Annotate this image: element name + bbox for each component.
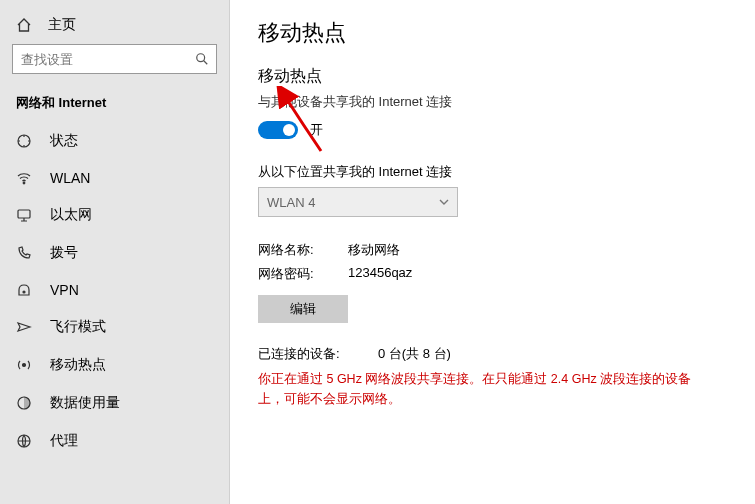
sidebar-item-label: 飞行模式 xyxy=(50,318,106,336)
chevron-down-icon xyxy=(439,197,449,207)
home-icon xyxy=(16,17,32,33)
ethernet-icon xyxy=(16,207,32,223)
section-subtitle: 移动热点 xyxy=(258,66,727,87)
sidebar-item-proxy[interactable]: 代理 xyxy=(0,422,229,460)
airplane-icon xyxy=(16,319,32,335)
proxy-icon xyxy=(16,433,32,449)
sidebar-item-label: 拨号 xyxy=(50,244,78,262)
search-input[interactable] xyxy=(12,44,217,74)
svg-point-4 xyxy=(23,291,25,293)
connected-devices-value: 0 台(共 8 台) xyxy=(378,345,451,363)
sidebar-item-label: 移动热点 xyxy=(50,356,106,374)
connected-devices-key: 已连接的设备: xyxy=(258,345,348,363)
bandwidth-warning: 你正在通过 5 GHz 网络波段共享连接。在只能通过 2.4 GHz 波段连接的… xyxy=(258,369,698,409)
data-icon xyxy=(16,395,32,411)
sidebar-item-status[interactable]: 状态 xyxy=(0,122,229,160)
connection-select[interactable]: WLAN 4 xyxy=(258,187,458,217)
network-password-key: 网络密码: xyxy=(258,265,318,283)
dialup-icon xyxy=(16,245,32,261)
share-from-label: 从以下位置共享我的 Internet 连接 xyxy=(258,163,727,181)
sidebar-item-vpn[interactable]: VPN xyxy=(0,272,229,308)
search-icon xyxy=(195,52,209,66)
sidebar-item-label: VPN xyxy=(50,282,79,298)
sidebar-item-ethernet[interactable]: 以太网 xyxy=(0,196,229,234)
content: 移动热点 移动热点 与其他设备共享我的 Internet 连接 开 从以下位置共… xyxy=(230,0,755,504)
svg-rect-3 xyxy=(18,210,30,218)
sidebar-item-label: 数据使用量 xyxy=(50,394,120,412)
network-name-value: 移动网络 xyxy=(348,241,400,259)
home-label: 主页 xyxy=(48,16,76,34)
sidebar-item-airplane[interactable]: 飞行模式 xyxy=(0,308,229,346)
sidebar-item-dialup[interactable]: 拨号 xyxy=(0,234,229,272)
section-header: 网络和 Internet xyxy=(0,84,229,122)
sidebar-item-label: 以太网 xyxy=(50,206,92,224)
hotspot-icon xyxy=(16,357,32,373)
page-title: 移动热点 xyxy=(258,18,727,48)
network-password-value: 123456qaz xyxy=(348,265,412,283)
connection-select-value: WLAN 4 xyxy=(267,195,315,210)
home-link[interactable]: 主页 xyxy=(0,10,229,44)
sidebar-item-label: 代理 xyxy=(50,432,78,450)
share-description: 与其他设备共享我的 Internet 连接 xyxy=(258,93,727,111)
vpn-icon xyxy=(16,282,32,298)
svg-point-0 xyxy=(197,54,205,62)
svg-point-5 xyxy=(23,364,26,367)
edit-button[interactable]: 编辑 xyxy=(258,295,348,323)
sidebar-item-datausage[interactable]: 数据使用量 xyxy=(0,384,229,422)
network-name-key: 网络名称: xyxy=(258,241,318,259)
svg-point-2 xyxy=(23,182,25,184)
sidebar-item-hotspot[interactable]: 移动热点 xyxy=(0,346,229,384)
sidebar: 主页 网络和 Internet 状态 WLAN 以太网 拨号 xyxy=(0,0,230,504)
status-icon xyxy=(16,133,32,149)
toggle-state-label: 开 xyxy=(310,121,323,139)
wifi-icon xyxy=(16,170,32,186)
sidebar-item-label: 状态 xyxy=(50,132,78,150)
sidebar-item-wlan[interactable]: WLAN xyxy=(0,160,229,196)
sidebar-item-label: WLAN xyxy=(50,170,90,186)
hotspot-toggle[interactable] xyxy=(258,121,298,139)
